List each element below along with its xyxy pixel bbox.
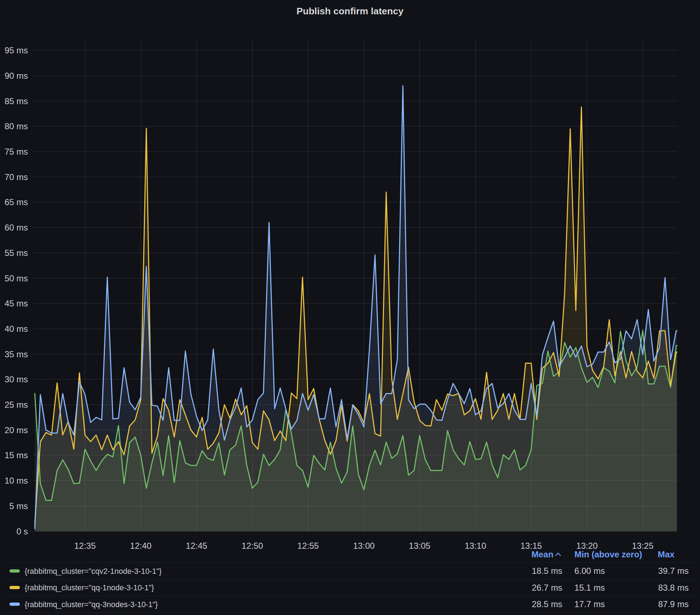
svg-text:Min (above zero): Min (above zero) [574, 549, 642, 559]
svg-text:13:15: 13:15 [520, 541, 542, 551]
svg-text:45 ms: 45 ms [5, 299, 28, 308]
svg-text:Mean: Mean [531, 549, 553, 559]
svg-text:70 ms: 70 ms [5, 172, 28, 182]
svg-text:{rabbitmq_cluster="cqv2-1node-: {rabbitmq_cluster="cqv2-1node-3-10-1"} [25, 567, 162, 576]
svg-text:83.8 ms: 83.8 ms [658, 583, 689, 592]
svg-text:90 ms: 90 ms [5, 71, 28, 81]
svg-text:80 ms: 80 ms [5, 121, 28, 131]
svg-text:26.7 ms: 26.7 ms [532, 583, 562, 592]
svg-text:13:25: 13:25 [632, 541, 653, 551]
svg-text:15.1 ms: 15.1 ms [574, 583, 605, 592]
svg-text:40 ms: 40 ms [5, 324, 28, 334]
svg-text:12:40: 12:40 [130, 541, 151, 551]
svg-text:13:20: 13:20 [576, 541, 598, 551]
svg-text:12:45: 12:45 [186, 541, 207, 551]
svg-text:25 ms: 25 ms [5, 400, 28, 410]
svg-text:85 ms: 85 ms [5, 96, 28, 106]
svg-text:6.00 ms: 6.00 ms [574, 566, 605, 576]
svg-text:18.5 ms: 18.5 ms [532, 566, 562, 576]
svg-text:50 ms: 50 ms [5, 273, 28, 283]
svg-text:13:00: 13:00 [353, 541, 375, 551]
svg-text:87.9 ms: 87.9 ms [658, 599, 689, 609]
svg-text:39.7 ms: 39.7 ms [658, 566, 689, 576]
svg-text:30 ms: 30 ms [5, 374, 28, 384]
svg-text:65 ms: 65 ms [5, 197, 28, 207]
svg-text:20 ms: 20 ms [5, 425, 28, 435]
svg-text:5 ms: 5 ms [9, 501, 28, 511]
svg-text:17.7 ms: 17.7 ms [574, 599, 605, 609]
svg-text:10 ms: 10 ms [5, 476, 28, 485]
svg-text:95 ms: 95 ms [5, 45, 28, 55]
svg-text:60 ms: 60 ms [5, 223, 28, 232]
svg-text:0 s: 0 s [16, 527, 28, 536]
svg-text:12:55: 12:55 [297, 541, 319, 551]
svg-text:12:50: 12:50 [242, 541, 263, 551]
svg-text:13:10: 13:10 [465, 541, 486, 551]
svg-text:Publish confirm latency: Publish confirm latency [297, 6, 404, 16]
svg-text:{rabbitmq_cluster="qq-1node-3-: {rabbitmq_cluster="qq-1node-3-10-1"} [25, 583, 154, 592]
svg-text:{rabbitmq_cluster="qq-3nodes-3: {rabbitmq_cluster="qq-3nodes-3-10-1"} [25, 600, 158, 609]
svg-text:15 ms: 15 ms [5, 450, 28, 460]
svg-text:12:35: 12:35 [74, 541, 96, 551]
svg-text:75 ms: 75 ms [5, 147, 28, 156]
svg-text:35 ms: 35 ms [5, 349, 28, 359]
svg-text:55 ms: 55 ms [5, 248, 28, 258]
svg-text:Max: Max [658, 549, 675, 559]
svg-text:28.5 ms: 28.5 ms [532, 599, 562, 609]
svg-text:13:05: 13:05 [409, 541, 431, 551]
